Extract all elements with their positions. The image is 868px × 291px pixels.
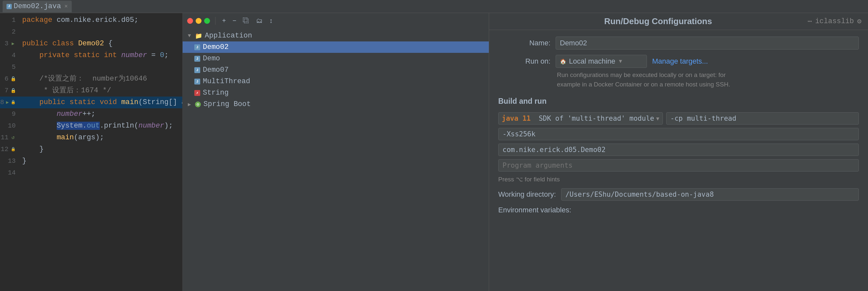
name-input[interactable] xyxy=(556,36,859,50)
line-number: 12 xyxy=(1,144,8,155)
tab-close-button[interactable]: × xyxy=(64,3,68,10)
build-run-grid: java 11 SDK of 'multi-thread' module ▼ -… xyxy=(498,112,859,183)
sdk-description: SDK of 'multi-thread' module xyxy=(539,115,654,122)
line-number: 2 xyxy=(8,26,16,38)
line-gutter-5: 5 xyxy=(0,61,20,73)
code-line: 4 private static int number = 0; xyxy=(0,50,182,61)
tree-item-multithread[interactable]: J MultiThread xyxy=(183,76,489,87)
code-content[interactable]: /*设置之前： number为10646 xyxy=(20,73,182,85)
settings-icon[interactable]: ⚙ xyxy=(857,17,862,26)
env-vars-row: Environment variables: xyxy=(498,206,859,214)
code-content[interactable]: number++; xyxy=(20,108,182,120)
config-header-right: ⋯ iclasslib ⚙ xyxy=(808,17,862,26)
line-number: 9 xyxy=(8,108,16,120)
line-number: 7 xyxy=(1,85,8,96)
code-content[interactable]: main(args); xyxy=(20,132,182,144)
main-class-input[interactable] xyxy=(498,144,859,156)
code-content[interactable]: public class Demo02 { xyxy=(20,38,182,50)
line-gutter-1: 1 xyxy=(0,14,20,26)
program-args-input[interactable] xyxy=(498,159,859,172)
code-editor: 1 package com.nike.erick.d05; 2 3 ▶ publ… xyxy=(0,13,183,291)
tree-group-application[interactable]: ▼ 📁 Application xyxy=(183,30,489,41)
line-gutter-8: 8 ▶ 🔒 xyxy=(0,96,20,108)
line-number: 1 xyxy=(8,14,16,26)
main-area: 1 package com.nike.erick.d05; 2 3 ▶ publ… xyxy=(0,13,868,291)
sort-button[interactable]: ↕ xyxy=(268,17,274,25)
remove-config-button[interactable]: − xyxy=(231,17,238,25)
lock-icon: 🔒 xyxy=(10,88,16,93)
build-run-section-title: Build and run xyxy=(498,97,859,106)
maximize-window-button[interactable] xyxy=(204,18,210,24)
run-arrow-icon[interactable]: ▶ xyxy=(6,100,9,105)
config-tree: ▼ 📁 Application J Demo02 J Demo J Demo07 xyxy=(183,29,489,291)
lock-icon: 🔒 xyxy=(11,100,16,105)
tree-group-spring-boot[interactable]: ▶ ⚙ Spring Boot xyxy=(183,98,489,110)
run-debug-panel: + − ⿻ 🗂 ↕ ▼ 📁 Application J Demo02 J Dem… xyxy=(183,13,489,291)
java-config-icon: J xyxy=(194,45,200,50)
name-label: Name: xyxy=(498,39,550,47)
home-icon: 🏠 xyxy=(560,58,566,65)
name-row: Name: xyxy=(498,36,859,50)
code-content[interactable]: } xyxy=(20,155,182,167)
line-number: 11 xyxy=(1,132,8,144)
tree-item-demo[interactable]: J Demo xyxy=(183,53,489,64)
tree-item-label: Demo02 xyxy=(203,43,228,51)
expand-arrow-icon: ▼ xyxy=(188,33,192,39)
code-content[interactable]: public static void main(String[] args) { xyxy=(20,96,183,108)
java-config-icon: J xyxy=(194,79,200,85)
working-dir-input[interactable] xyxy=(561,188,859,201)
lock-icon: 🔒 xyxy=(10,147,16,152)
java-sdk-select[interactable]: java 11 SDK of 'multi-thread' module ▼ xyxy=(498,112,663,125)
code-content[interactable]: private static int number = 0; xyxy=(20,50,182,61)
line-number: 14 xyxy=(8,167,16,179)
line-gutter-14: 14 xyxy=(0,167,20,179)
line-gutter-10: 10 xyxy=(0,120,20,132)
tree-item-demo02[interactable]: J Demo02 xyxy=(183,41,489,53)
code-content[interactable]: * 设置后：1674 */ xyxy=(20,85,182,96)
recurse-icon: ↺ xyxy=(10,135,16,140)
code-lines: 1 package com.nike.erick.d05; 2 3 ▶ publ… xyxy=(0,13,182,179)
manage-targets-link[interactable]: Manage targets... xyxy=(652,57,708,65)
run-on-select[interactable]: 🏠 Local machine ▼ xyxy=(556,55,647,68)
code-line: 9 number++; xyxy=(0,108,182,120)
run-arrow-icon[interactable]: ▶ xyxy=(10,41,16,46)
cp-field[interactable]: -cp multi-thread xyxy=(666,112,859,125)
copy-config-button[interactable]: ⿻ xyxy=(242,16,251,25)
line-number: 13 xyxy=(8,155,16,167)
tree-item-demo07[interactable]: J Demo07 xyxy=(183,64,489,76)
folder-button[interactable]: 🗂 xyxy=(255,16,264,25)
tab-bar: J Demo02.java × xyxy=(0,0,868,13)
line-gutter-2: 2 xyxy=(0,26,20,38)
config-body: Name: Run on: 🏠 Local machine ▼ Manage t… xyxy=(489,30,868,221)
java-config-icon: J xyxy=(194,56,200,62)
more-options-icon[interactable]: ⋯ xyxy=(808,17,812,26)
xss-input[interactable] xyxy=(498,128,859,140)
sdk-dropdown-arrow-icon: ▼ xyxy=(656,115,659,122)
file-tab[interactable]: J Demo02.java × xyxy=(3,1,72,12)
code-content[interactable]: System.out.println(number); xyxy=(20,120,182,132)
add-config-button[interactable]: + xyxy=(221,17,227,25)
code-content[interactable]: } xyxy=(20,144,182,155)
run-on-row: Run on: 🏠 Local machine ▼ Manage targets… xyxy=(498,55,859,68)
line-gutter-7: 7 🔒 xyxy=(0,85,20,96)
program-args-row xyxy=(498,159,859,172)
tree-item-label: Demo xyxy=(203,55,220,63)
line-number: 4 xyxy=(8,50,16,61)
run-on-hint-text: Run configurations may be executed local… xyxy=(557,71,730,88)
config-panel: Run/Debug Configurations ⋯ iclasslib ⚙ N… xyxy=(489,13,868,291)
line-number: 6 xyxy=(1,73,8,85)
code-content[interactable]: package com.nike.erick.d05; xyxy=(20,14,182,26)
line-number: 8 xyxy=(0,96,4,108)
config-header-bar: Run/Debug Configurations ⋯ iclasslib ⚙ xyxy=(489,13,868,30)
code-line: 8 ▶ 🔒 public static void main(String[] a… xyxy=(0,96,182,108)
tree-item-string[interactable]: ✗ String xyxy=(183,87,489,98)
minimize-window-button[interactable] xyxy=(196,18,202,24)
code-line: 11 ↺ main(args); xyxy=(0,132,182,144)
tab-label: Demo02.java xyxy=(14,2,61,10)
iclasslib-label: iclasslib xyxy=(815,17,854,25)
code-line: 6 🔒 /*设置之前： number为10646 xyxy=(0,73,182,85)
close-window-button[interactable] xyxy=(187,18,193,24)
line-number: 3 xyxy=(1,38,8,50)
line-gutter-13: 13 xyxy=(0,155,20,167)
working-dir-label: Working directory: xyxy=(498,190,556,199)
